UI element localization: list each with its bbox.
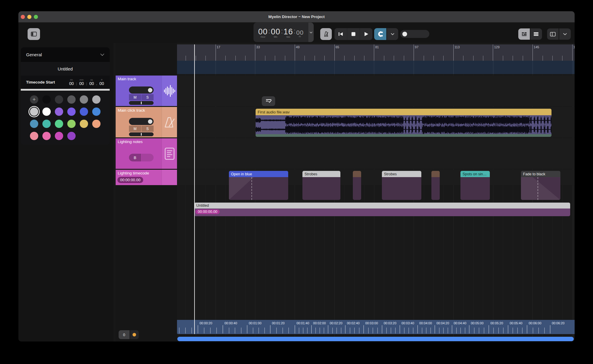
ruler-tick [275, 56, 275, 61]
color-swatch[interactable] [67, 108, 76, 116]
right-sidebar-toggle-button[interactable] [547, 28, 559, 40]
solo-button[interactable]: S [141, 94, 154, 100]
list-view-button[interactable] [530, 28, 542, 40]
add-color-button[interactable]: + [30, 95, 38, 104]
color-swatch[interactable] [30, 120, 38, 128]
lighting-note-clip[interactable]: Strobes [382, 171, 421, 200]
color-swatch[interactable] [92, 108, 101, 116]
mute-button[interactable]: M [129, 126, 141, 132]
tempo-row[interactable] [177, 61, 575, 74]
timecode-start-value[interactable]: hh 00:mm 00:ss 00.ff 00 [68, 78, 106, 86]
timecode-clip[interactable]: Untitled 00:00:00.00 [194, 203, 570, 216]
lane-lighting-notes[interactable] [177, 138, 575, 169]
window-title: Myelin Director ~ New Project [18, 11, 575, 23]
color-swatch[interactable] [42, 108, 51, 116]
titlebar[interactable]: Myelin Director ~ New Project [18, 11, 575, 23]
color-swatch[interactable] [30, 108, 38, 116]
ruler-bar-number: 17 [217, 45, 220, 49]
mute-solo-group: M S [129, 126, 154, 132]
ruler-tick [424, 56, 424, 61]
zoom-slider-knob[interactable] [402, 32, 407, 36]
color-swatch[interactable] [30, 132, 38, 140]
app-window: Myelin Director ~ New Project 00Hour : 0… [18, 11, 575, 341]
track-header-main[interactable]: Main track M S [116, 76, 177, 106]
snap-button[interactable] [374, 28, 386, 40]
color-swatch[interactable] [55, 108, 63, 116]
lane-main-track[interactable] [177, 76, 575, 106]
horizontal-scrollbar[interactable] [177, 337, 574, 341]
color-swatch[interactable] [67, 132, 76, 140]
ruler-tick [404, 56, 404, 61]
ruler-tick [245, 56, 246, 61]
bar-ruler[interactable]: 173349658197113129145161 [177, 44, 575, 61]
time-ruler-label: 00:03:40 [401, 321, 414, 325]
timecode-sec: 16 [283, 27, 293, 36]
waveform [256, 115, 551, 134]
snap-options-dropdown[interactable] [387, 28, 398, 40]
inspector-section-header[interactable]: General [21, 47, 110, 62]
volume-slider[interactable] [129, 86, 154, 94]
mute-button[interactable]: M [129, 94, 141, 100]
color-swatch[interactable] [55, 95, 63, 104]
timecode-mode-dropdown[interactable] [308, 23, 314, 42]
stop-button[interactable] [347, 28, 360, 40]
track-header-lighting-notes[interactable]: Lighting notes B [116, 138, 177, 169]
color-swatch[interactable] [55, 120, 63, 128]
volume-knob[interactable] [148, 88, 152, 92]
tempo-list-button[interactable] [262, 96, 275, 106]
lighting-note-clip[interactable]: Fade to black [521, 171, 560, 200]
color-swatch[interactable] [55, 132, 63, 140]
color-swatch[interactable] [92, 95, 101, 104]
playhead[interactable] [194, 44, 195, 334]
color-swatch[interactable] [67, 120, 76, 128]
ruler-bar-number: 97 [415, 45, 418, 49]
track-header-lighting-timecode[interactable]: Lighting timecode 00:00:00.00 [116, 170, 177, 185]
panel-right-icon [550, 32, 556, 36]
play-button[interactable] [360, 28, 372, 40]
lighting-note-clip[interactable]: Spots on sin… [460, 171, 490, 200]
ruler-tick [196, 56, 196, 61]
volume-knob[interactable] [148, 119, 152, 124]
clip-title [353, 171, 361, 177]
track-header-click[interactable]: Main click track M S [116, 107, 177, 137]
color-swatch[interactable] [80, 120, 88, 128]
color-swatch[interactable] [80, 108, 88, 116]
metronome-button[interactable] [320, 28, 332, 40]
more-options-dropdown[interactable] [559, 28, 571, 40]
audio-clip-footer [256, 134, 551, 137]
skip-to-start-button[interactable] [334, 28, 347, 40]
alt-mode-button[interactable] [141, 154, 154, 161]
audio-clip[interactable]: First audio file.wav [256, 109, 551, 137]
timeline-view-button[interactable] [518, 28, 530, 40]
lighting-note-clip[interactable]: Open in blue [229, 171, 288, 200]
time-ruler-tick [192, 328, 192, 333]
color-swatch[interactable] [42, 95, 51, 104]
lighting-note-clip[interactable] [431, 171, 440, 200]
project-name-field[interactable]: Untitled [21, 62, 110, 76]
solo-button[interactable]: S [141, 126, 154, 132]
lighting-note-clip[interactable]: Strobes [302, 171, 340, 200]
fade-marker-line[interactable] [251, 177, 252, 200]
color-swatch[interactable] [67, 95, 76, 104]
zoom-slider[interactable] [400, 30, 429, 38]
color-swatch[interactable] [42, 120, 51, 128]
timecode-display[interactable]: 00Hour : 00Min : 16Sec : 00Fr [254, 23, 314, 42]
timeline-area[interactable]: 173349658197113129145161 First audio fil… [177, 43, 575, 341]
ruler-tick [414, 44, 414, 61]
volume-slider[interactable] [129, 118, 154, 125]
b-mode-button[interactable]: B [129, 154, 141, 161]
lighting-note-clip[interactable] [353, 171, 361, 200]
sidebar-toggle-button[interactable] [28, 28, 40, 40]
time-ruler[interactable]: 00:00:2000:00:4000:01:0000:01:2000:01:40… [177, 320, 575, 334]
fade-in-ramp [229, 177, 288, 200]
time-ruler-tick [527, 325, 527, 333]
fade-marker-line[interactable] [538, 177, 538, 200]
sidebar-icon [31, 32, 37, 36]
pan-slider[interactable] [129, 132, 154, 136]
color-swatch[interactable] [80, 95, 88, 104]
color-swatch[interactable] [92, 120, 101, 128]
color-swatch[interactable] [42, 132, 51, 140]
pan-slider[interactable] [129, 101, 154, 105]
status-indicator [130, 330, 139, 339]
status-counter[interactable]: 0 [119, 330, 139, 339]
